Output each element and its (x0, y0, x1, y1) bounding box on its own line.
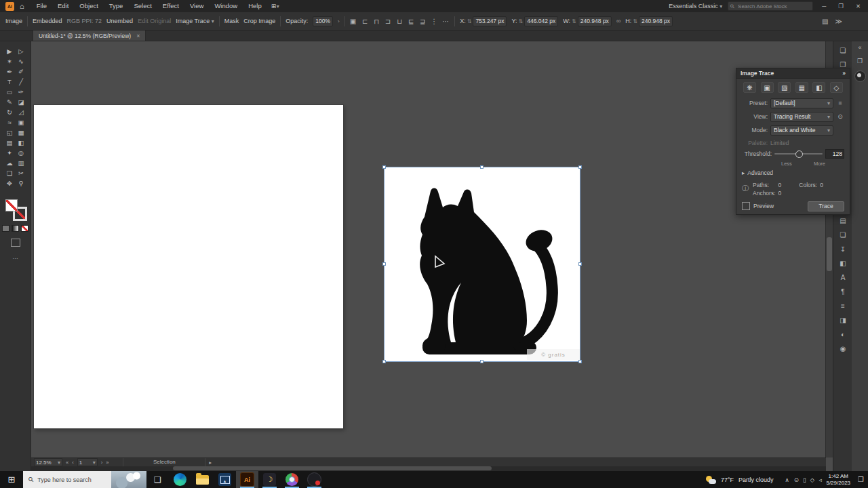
taskbar-app-illustrator[interactable]: Ai (236, 471, 258, 488)
selection-handle[interactable] (382, 165, 386, 169)
arrange-documents-icon[interactable]: ⊞ ▾ (271, 3, 279, 9)
x-field[interactable]: X: ⇅ 753.247 px (460, 16, 507, 26)
align-top-icon[interactable]: ⊔ (395, 18, 403, 25)
color-panel-icon[interactable]: ◧ (833, 256, 852, 270)
status-submenu-icon[interactable]: ▸ (209, 460, 212, 466)
width-tool[interactable]: ≈ (4, 117, 16, 127)
mask-button[interactable]: Mask (224, 18, 239, 24)
align-middle-icon[interactable]: ⊑ (407, 18, 415, 25)
tray-app-1-icon[interactable]: ⊙ (794, 476, 799, 483)
selection-tool[interactable]: ▶ (4, 46, 16, 56)
properties-panel-icon[interactable]: ❐ (852, 54, 868, 68)
stepper-icon[interactable]: ⇅ (518, 18, 523, 24)
selection-handle[interactable] (578, 262, 582, 266)
unembed-button[interactable]: Unembed (106, 18, 133, 24)
perspective-grid-tool[interactable]: ▦ (16, 127, 27, 138)
scale-tool[interactable]: ◿ (16, 107, 27, 117)
panel-dock-icon[interactable]: ▤ (822, 18, 828, 25)
hidden-icons-chevron[interactable]: ∧ (785, 476, 789, 483)
adobe-search-input[interactable] (736, 3, 810, 10)
lasso-tool[interactable]: ∿ (16, 56, 27, 66)
artboard-number-dropdown[interactable]: 1 ▾ (77, 458, 98, 466)
zoom-tool[interactable]: ⚲ (16, 178, 27, 188)
image-trace-panel-header[interactable]: Image Trace » (736, 68, 850, 79)
slider-knob[interactable] (795, 150, 803, 158)
weather-desc[interactable]: Partly cloudy (738, 476, 774, 483)
taskbar-app-edge[interactable] (169, 471, 191, 488)
symbol-sprayer-tool[interactable]: ☁ (4, 158, 16, 168)
direct-selection-tool[interactable]: ▷ (16, 46, 27, 56)
advanced-toggle[interactable]: ▸ Advanced (742, 168, 844, 178)
fill-stroke-controls[interactable] (5, 199, 26, 220)
graphic-style-icon[interactable]: ▣ (350, 18, 356, 25)
distribute-vertical-icon[interactable]: ⋮ (430, 18, 438, 25)
scrollbar-thumb[interactable] (827, 237, 832, 271)
taskbar-app-file-explorer[interactable] (191, 471, 214, 488)
last-artboard-button[interactable]: » (106, 460, 108, 466)
hand-tool[interactable]: ✥ (4, 178, 16, 188)
expand-panels-icon[interactable]: « (852, 41, 868, 54)
rectangle-tool[interactable]: ▭ (4, 87, 16, 97)
link-dimensions-icon[interactable]: ∞ (616, 18, 620, 24)
x-value[interactable]: 753.247 px (473, 16, 507, 26)
layers-panel-icon[interactable]: ▤ (833, 214, 852, 228)
threshold-slider[interactable] (774, 153, 823, 155)
taskbar-app-night[interactable]: ☽ (258, 471, 281, 488)
menu-item[interactable]: Select (128, 0, 157, 12)
paragraph-panel-icon[interactable]: ¶ (833, 285, 852, 299)
fill-swatch-none[interactable] (5, 199, 18, 211)
crop-image-button[interactable]: Crop Image (243, 18, 275, 24)
mesh-tool[interactable]: ▤ (4, 138, 16, 148)
transparency-panel-icon[interactable]: ◐ (833, 327, 852, 342)
w-field[interactable]: W: ⇅ 240.948 px (563, 16, 612, 26)
type-tool[interactable]: T (4, 77, 16, 87)
gradient-tool[interactable]: ◧ (16, 138, 27, 148)
next-artboard-button[interactable]: › (101, 460, 103, 466)
trace-button[interactable]: Trace (808, 201, 844, 211)
none-button[interactable] (21, 225, 28, 232)
stepper-icon[interactable]: ⇅ (467, 18, 472, 24)
preset-high-color-icon[interactable]: ▣ (761, 82, 774, 93)
magic-wand-tool[interactable]: ✶ (4, 56, 16, 66)
eyedropper-tool[interactable]: ✦ (4, 148, 16, 158)
character-panel-icon[interactable]: A (833, 270, 852, 285)
menu-item[interactable]: Window (209, 0, 243, 12)
free-transform-tool[interactable]: ▣ (16, 117, 27, 127)
preset-low-color-icon[interactable]: ▨ (778, 82, 791, 93)
slice-tool[interactable]: ✂ (16, 168, 27, 178)
menu-item[interactable]: Help (243, 0, 267, 12)
artboard[interactable] (34, 105, 343, 428)
menu-item[interactable]: View (184, 0, 209, 12)
preset-outline-icon[interactable]: ◇ (830, 82, 843, 93)
taskbar-search-box[interactable]: ⚲ (23, 471, 146, 488)
adobe-search-box[interactable]: ⚲ (728, 1, 813, 11)
selection-handle[interactable] (480, 165, 484, 169)
selection-handle[interactable] (578, 165, 582, 169)
align-center-h-icon[interactable]: ⊓ (372, 18, 380, 25)
paintbrush-tool[interactable]: ✑ (16, 87, 27, 97)
tray-app-3-icon[interactable]: ◇ (810, 476, 815, 483)
previous-artboard-button[interactable]: ‹ (72, 460, 74, 466)
gradient-panel-icon[interactable]: ◨ (833, 313, 852, 327)
cc-sync-sphere-icon[interactable] (854, 70, 866, 82)
minimize-button[interactable]: ─ (818, 3, 829, 9)
close-tab-icon[interactable]: × (136, 33, 140, 39)
opacity-field[interactable]: 100% (313, 16, 333, 26)
stepper-icon[interactable]: ⇅ (572, 18, 576, 24)
document-tab[interactable]: Untitled-1* @ 12.5% (RGB/Preview) × (33, 30, 146, 41)
taskbar-app-recorder[interactable] (303, 471, 326, 488)
pencil-tool[interactable]: ✎ (4, 97, 16, 107)
taskbar-search-input[interactable] (36, 476, 106, 484)
restore-button[interactable]: ❐ (835, 3, 847, 9)
preset-menu-icon[interactable]: ≡ (836, 100, 844, 106)
artboards-panel-icon[interactable]: ❏ (833, 228, 852, 242)
view-dropdown[interactable]: Tracing Result ▾ (770, 112, 833, 122)
preset-dropdown[interactable]: [Default] ▾ (770, 98, 833, 108)
h-value[interactable]: 240.948 px (639, 16, 673, 26)
stepper-icon[interactable]: ⇅ (633, 18, 637, 24)
notification-center-icon[interactable]: ❒ (855, 476, 864, 483)
color-button[interactable] (2, 225, 9, 232)
scrollbar-thumb[interactable] (173, 466, 492, 470)
taskbar-app-photos[interactable]: ▲ (214, 471, 236, 488)
close-button[interactable]: ✕ (852, 3, 864, 9)
